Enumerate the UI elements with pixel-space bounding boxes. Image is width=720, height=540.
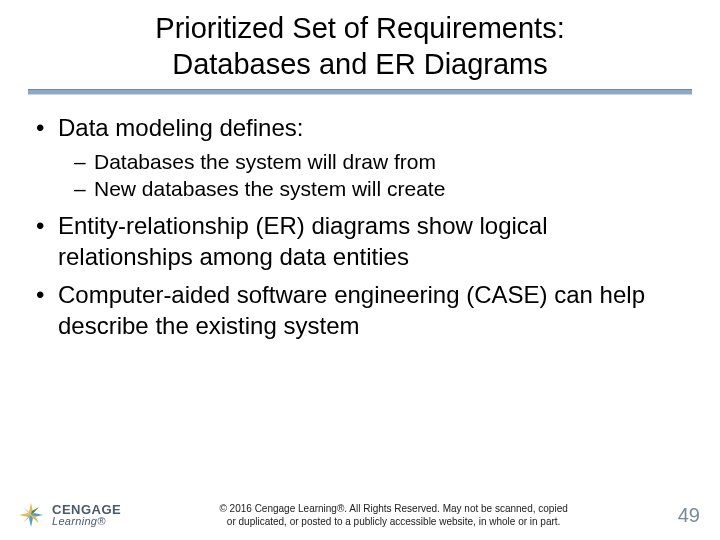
logo-sub-text: Learning® xyxy=(52,516,121,527)
bullet-item: Computer-aided software engineering (CAS… xyxy=(34,280,686,341)
bullet-text: Data modeling defines: xyxy=(58,114,303,141)
slide-title: Prioritized Set of Requirements: Databas… xyxy=(0,0,720,83)
page-number: 49 xyxy=(666,504,700,527)
copyright-notice: © 2016 Cengage Learning®. All Rights Res… xyxy=(121,502,666,528)
slide-body: Data modeling defines: Databases the sys… xyxy=(0,95,720,342)
cengage-starburst-icon xyxy=(16,500,46,530)
bullet-text: Entity-relationship (ER) diagrams show l… xyxy=(58,212,548,270)
copyright-line-2: or duplicated, or posted to a publicly a… xyxy=(227,516,561,527)
sub-bullet-item: New databases the system will create xyxy=(58,176,686,203)
title-line-2: Databases and ER Diagrams xyxy=(172,48,548,80)
copyright-line-1: © 2016 Cengage Learning®. All Rights Res… xyxy=(219,503,567,514)
bullet-item: Data modeling defines: Databases the sys… xyxy=(34,113,686,203)
bullet-item: Entity-relationship (ER) diagrams show l… xyxy=(34,211,686,272)
sub-bullet-item: Databases the system will draw from xyxy=(58,149,686,176)
publisher-logo: CENGAGE Learning® xyxy=(16,500,121,530)
bullet-text: Computer-aided software engineering (CAS… xyxy=(58,281,645,339)
title-line-1: Prioritized Set of Requirements: xyxy=(155,12,564,44)
slide-footer: CENGAGE Learning® © 2016 Cengage Learnin… xyxy=(0,500,720,530)
